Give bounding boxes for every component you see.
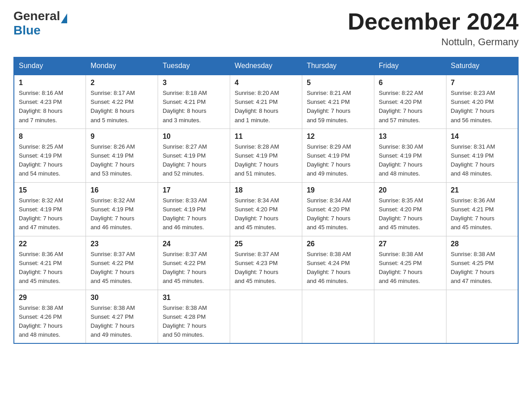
day-number: 14 (451, 133, 513, 141)
title-section: December 2024 Nottuln, Germany (348, 9, 519, 48)
day-info: Sunrise: 8:38 AMSunset: 4:26 PMDaylight:… (19, 304, 81, 340)
calendar-cell: 2 Sunrise: 8:17 AMSunset: 4:22 PMDayligh… (86, 75, 158, 128)
calendar-cell: 24 Sunrise: 8:37 AMSunset: 4:22 PMDaylig… (158, 236, 230, 290)
day-number: 6 (379, 79, 442, 87)
calendar-cell: 15 Sunrise: 8:32 AMSunset: 4:19 PMDaylig… (14, 182, 86, 236)
day-number: 13 (379, 133, 442, 141)
day-number: 12 (307, 133, 369, 141)
day-info: Sunrise: 8:28 AMSunset: 4:19 PMDaylight:… (235, 142, 297, 179)
day-info: Sunrise: 8:37 AMSunset: 4:22 PMDaylight:… (163, 250, 225, 286)
day-info: Sunrise: 8:34 AMSunset: 4:20 PMDaylight:… (307, 196, 369, 232)
header-tuesday: Tuesday (158, 57, 230, 75)
calendar-cell: 10 Sunrise: 8:27 AMSunset: 4:19 PMDaylig… (158, 128, 230, 182)
calendar-cell: 9 Sunrise: 8:26 AMSunset: 4:19 PMDayligh… (86, 128, 158, 182)
day-number: 2 (90, 79, 153, 87)
calendar-cell: 27 Sunrise: 8:38 AMSunset: 4:25 PMDaylig… (374, 236, 446, 290)
day-number: 31 (163, 294, 225, 302)
day-info: Sunrise: 8:33 AMSunset: 4:19 PMDaylight:… (163, 196, 225, 232)
day-number: 29 (19, 294, 81, 302)
header-sunday: Sunday (14, 57, 86, 75)
logo-general-text: General (13, 9, 60, 23)
calendar-cell: 28 Sunrise: 8:38 AMSunset: 4:25 PMDaylig… (446, 236, 518, 290)
day-number: 11 (235, 133, 297, 141)
calendar-cell: 31 Sunrise: 8:38 AMSunset: 4:28 PMDaylig… (158, 290, 230, 343)
day-info: Sunrise: 8:37 AMSunset: 4:23 PMDaylight:… (235, 250, 297, 286)
day-number: 5 (307, 79, 369, 87)
calendar-cell: 6 Sunrise: 8:22 AMSunset: 4:20 PMDayligh… (374, 75, 446, 128)
header-saturday: Saturday (446, 57, 518, 75)
day-info: Sunrise: 8:30 AMSunset: 4:19 PMDaylight:… (379, 142, 442, 179)
calendar-cell: 25 Sunrise: 8:37 AMSunset: 4:23 PMDaylig… (230, 236, 302, 290)
header-wednesday: Wednesday (230, 57, 302, 75)
day-number: 1 (19, 79, 81, 87)
day-info: Sunrise: 8:31 AMSunset: 4:19 PMDaylight:… (451, 142, 513, 179)
day-info: Sunrise: 8:27 AMSunset: 4:19 PMDaylight:… (163, 142, 225, 179)
day-info: Sunrise: 8:17 AMSunset: 4:22 PMDaylight:… (90, 89, 153, 125)
day-number: 21 (451, 186, 513, 194)
calendar-cell: 8 Sunrise: 8:25 AMSunset: 4:19 PMDayligh… (14, 128, 86, 182)
day-info: Sunrise: 8:36 AMSunset: 4:21 PMDaylight:… (451, 196, 513, 232)
calendar-cell: 11 Sunrise: 8:28 AMSunset: 4:19 PMDaylig… (230, 128, 302, 182)
day-info: Sunrise: 8:38 AMSunset: 4:27 PMDaylight:… (90, 304, 153, 340)
day-number: 18 (235, 186, 297, 194)
logo-blue-text: Blue (13, 23, 41, 38)
day-info: Sunrise: 8:38 AMSunset: 4:25 PMDaylight:… (451, 250, 513, 286)
calendar-cell (446, 290, 518, 343)
calendar-cell: 29 Sunrise: 8:38 AMSunset: 4:26 PMDaylig… (14, 290, 86, 343)
day-number: 25 (235, 240, 297, 248)
calendar-cell: 13 Sunrise: 8:30 AMSunset: 4:19 PMDaylig… (374, 128, 446, 182)
calendar-cell: 4 Sunrise: 8:20 AMSunset: 4:21 PMDayligh… (230, 75, 302, 128)
day-number: 17 (163, 186, 225, 194)
calendar-cell: 21 Sunrise: 8:36 AMSunset: 4:21 PMDaylig… (446, 182, 518, 236)
day-info: Sunrise: 8:32 AMSunset: 4:19 PMDaylight:… (90, 196, 153, 232)
calendar-cell (302, 290, 374, 343)
day-number: 20 (379, 186, 442, 194)
calendar-cell: 16 Sunrise: 8:32 AMSunset: 4:19 PMDaylig… (86, 182, 158, 236)
day-number: 9 (90, 133, 153, 141)
calendar-table: Sunday Monday Tuesday Wednesday Thursday… (13, 57, 519, 344)
day-info: Sunrise: 8:18 AMSunset: 4:21 PMDaylight:… (163, 89, 225, 125)
month-title: December 2024 (348, 9, 519, 34)
calendar-cell: 19 Sunrise: 8:34 AMSunset: 4:20 PMDaylig… (302, 182, 374, 236)
day-number: 7 (451, 79, 513, 87)
day-number: 30 (90, 294, 153, 302)
calendar-cell: 7 Sunrise: 8:23 AMSunset: 4:20 PMDayligh… (446, 75, 518, 128)
day-info: Sunrise: 8:29 AMSunset: 4:19 PMDaylight:… (307, 142, 369, 179)
calendar-cell: 12 Sunrise: 8:29 AMSunset: 4:19 PMDaylig… (302, 128, 374, 182)
calendar-cell: 14 Sunrise: 8:31 AMSunset: 4:19 PMDaylig… (446, 128, 518, 182)
day-info: Sunrise: 8:34 AMSunset: 4:20 PMDaylight:… (235, 196, 297, 232)
day-number: 16 (90, 186, 153, 194)
calendar-cell: 20 Sunrise: 8:35 AMSunset: 4:20 PMDaylig… (374, 182, 446, 236)
day-info: Sunrise: 8:26 AMSunset: 4:19 PMDaylight:… (90, 142, 153, 179)
calendar-cell (230, 290, 302, 343)
day-info: Sunrise: 8:36 AMSunset: 4:21 PMDaylight:… (19, 250, 81, 286)
day-number: 8 (19, 133, 81, 141)
day-info: Sunrise: 8:25 AMSunset: 4:19 PMDaylight:… (19, 142, 81, 179)
calendar-week-2: 8 Sunrise: 8:25 AMSunset: 4:19 PMDayligh… (14, 128, 518, 182)
calendar-cell: 3 Sunrise: 8:18 AMSunset: 4:21 PMDayligh… (158, 75, 230, 128)
calendar-cell: 30 Sunrise: 8:38 AMSunset: 4:27 PMDaylig… (86, 290, 158, 343)
day-info: Sunrise: 8:21 AMSunset: 4:21 PMDaylight:… (307, 89, 369, 125)
calendar-cell: 5 Sunrise: 8:21 AMSunset: 4:21 PMDayligh… (302, 75, 374, 128)
day-number: 4 (235, 79, 297, 87)
day-number: 24 (163, 240, 225, 248)
day-info: Sunrise: 8:16 AMSunset: 4:23 PMDaylight:… (19, 89, 81, 125)
calendar-cell: 22 Sunrise: 8:36 AMSunset: 4:21 PMDaylig… (14, 236, 86, 290)
day-info: Sunrise: 8:32 AMSunset: 4:19 PMDaylight:… (19, 196, 81, 232)
day-number: 3 (163, 79, 225, 87)
day-number: 19 (307, 186, 369, 194)
logo: General Blue (13, 9, 67, 38)
calendar-cell: 18 Sunrise: 8:34 AMSunset: 4:20 PMDaylig… (230, 182, 302, 236)
day-info: Sunrise: 8:35 AMSunset: 4:20 PMDaylight:… (379, 196, 442, 232)
calendar-week-3: 15 Sunrise: 8:32 AMSunset: 4:19 PMDaylig… (14, 182, 518, 236)
day-info: Sunrise: 8:38 AMSunset: 4:28 PMDaylight:… (163, 304, 225, 340)
page-header: General Blue December 2024 Nottuln, Germ… (13, 9, 519, 48)
calendar-cell: 1 Sunrise: 8:16 AMSunset: 4:23 PMDayligh… (14, 75, 86, 128)
day-info: Sunrise: 8:37 AMSunset: 4:22 PMDaylight:… (90, 250, 153, 286)
calendar-week-1: 1 Sunrise: 8:16 AMSunset: 4:23 PMDayligh… (14, 75, 518, 128)
calendar-cell (374, 290, 446, 343)
calendar-cell: 23 Sunrise: 8:37 AMSunset: 4:22 PMDaylig… (86, 236, 158, 290)
calendar-header-row: Sunday Monday Tuesday Wednesday Thursday… (14, 57, 518, 75)
header-monday: Monday (86, 57, 158, 75)
calendar-week-5: 29 Sunrise: 8:38 AMSunset: 4:26 PMDaylig… (14, 290, 518, 343)
